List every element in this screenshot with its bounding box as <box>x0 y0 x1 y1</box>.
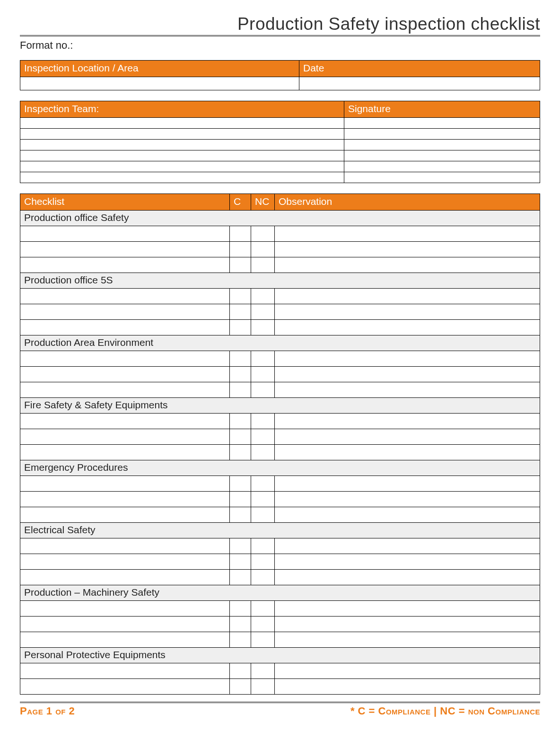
checklist-input-nc[interactable] <box>251 570 274 585</box>
checklist-input-c[interactable] <box>230 601 251 616</box>
team-signature-input[interactable] <box>344 129 540 139</box>
checklist-input-nc[interactable] <box>251 304 274 319</box>
checklist-input-item[interactable] <box>20 632 229 647</box>
team-signature-input[interactable] <box>344 172 540 183</box>
checklist-cell-obs[interactable] <box>275 679 540 695</box>
checklist-input-obs[interactable] <box>275 429 540 444</box>
checklist-cell-obs[interactable] <box>275 617 540 632</box>
checklist-input-c[interactable] <box>230 570 251 585</box>
checklist-cell-item[interactable] <box>20 570 230 585</box>
team-name-cell[interactable] <box>20 129 344 140</box>
checklist-cell-c[interactable] <box>230 617 251 632</box>
checklist-input-nc[interactable] <box>251 492 274 507</box>
checklist-input-nc[interactable] <box>251 538 274 554</box>
checklist-cell-nc[interactable] <box>251 632 275 648</box>
team-signature-input[interactable] <box>344 161 540 172</box>
checklist-cell-nc[interactable] <box>251 570 275 585</box>
checklist-input-obs[interactable] <box>275 679 540 694</box>
location-cell[interactable] <box>20 77 299 90</box>
checklist-input-c[interactable] <box>230 414 251 429</box>
checklist-cell-obs[interactable] <box>275 382 540 398</box>
checklist-input-obs[interactable] <box>275 445 540 460</box>
checklist-input-nc[interactable] <box>251 226 274 241</box>
checklist-input-obs[interactable] <box>275 320 540 335</box>
checklist-input-nc[interactable] <box>251 429 274 444</box>
checklist-input-obs[interactable] <box>275 304 540 319</box>
checklist-input-c[interactable] <box>230 242 251 257</box>
checklist-input-c[interactable] <box>230 367 251 382</box>
checklist-input-obs[interactable] <box>275 538 540 554</box>
checklist-input-item[interactable] <box>20 414 229 429</box>
checklist-cell-obs[interactable] <box>275 507 540 523</box>
checklist-input-item[interactable] <box>20 617 229 632</box>
checklist-input-obs[interactable] <box>275 492 540 507</box>
checklist-input-nc[interactable] <box>251 679 274 694</box>
checklist-input-nc[interactable] <box>251 663 274 678</box>
checklist-cell-obs[interactable] <box>275 304 540 320</box>
checklist-cell-item[interactable] <box>20 445 230 460</box>
checklist-input-obs[interactable] <box>275 382 540 397</box>
checklist-cell-obs[interactable] <box>275 257 540 273</box>
team-name-input[interactable] <box>20 129 344 139</box>
team-signature-input[interactable] <box>344 150 540 161</box>
checklist-input-item[interactable] <box>20 320 229 335</box>
checklist-input-obs[interactable] <box>275 414 540 429</box>
team-signature-cell[interactable] <box>344 129 540 140</box>
checklist-input-nc[interactable] <box>251 242 274 257</box>
checklist-input-c[interactable] <box>230 632 251 647</box>
checklist-cell-c[interactable] <box>230 429 251 445</box>
checklist-cell-item[interactable] <box>20 304 230 320</box>
checklist-input-item[interactable] <box>20 492 229 507</box>
checklist-input-c[interactable] <box>230 382 251 397</box>
checklist-input-item[interactable] <box>20 663 229 678</box>
checklist-cell-item[interactable] <box>20 663 230 679</box>
checklist-cell-obs[interactable] <box>275 242 540 257</box>
checklist-cell-obs[interactable] <box>275 492 540 507</box>
checklist-input-obs[interactable] <box>275 570 540 585</box>
checklist-input-item[interactable] <box>20 601 229 616</box>
checklist-input-c[interactable] <box>230 492 251 507</box>
checklist-cell-nc[interactable] <box>251 351 275 367</box>
checklist-cell-obs[interactable] <box>275 429 540 445</box>
checklist-input-obs[interactable] <box>275 257 540 273</box>
checklist-input-nc[interactable] <box>251 367 274 382</box>
checklist-input-c[interactable] <box>230 289 251 304</box>
checklist-input-c[interactable] <box>230 617 251 632</box>
checklist-cell-item[interactable] <box>20 242 230 257</box>
checklist-input-item[interactable] <box>20 382 229 397</box>
checklist-input-c[interactable] <box>230 538 251 554</box>
checklist-input-nc[interactable] <box>251 382 274 397</box>
checklist-cell-c[interactable] <box>230 632 251 648</box>
checklist-input-item[interactable] <box>20 570 229 585</box>
checklist-cell-item[interactable] <box>20 476 230 492</box>
checklist-input-c[interactable] <box>230 304 251 319</box>
checklist-cell-nc[interactable] <box>251 289 275 304</box>
checklist-input-obs[interactable] <box>275 476 540 491</box>
checklist-input-item[interactable] <box>20 304 229 319</box>
checklist-input-c[interactable] <box>230 257 251 273</box>
checklist-input-obs[interactable] <box>275 242 540 257</box>
checklist-input-item[interactable] <box>20 445 229 460</box>
checklist-cell-c[interactable] <box>230 476 251 492</box>
team-name-cell[interactable] <box>20 140 344 150</box>
checklist-input-item[interactable] <box>20 679 229 694</box>
team-name-input[interactable] <box>20 140 344 150</box>
checklist-cell-c[interactable] <box>230 320 251 335</box>
team-signature-cell[interactable] <box>344 118 540 129</box>
checklist-cell-nc[interactable] <box>251 538 275 554</box>
checklist-cell-c[interactable] <box>230 414 251 429</box>
checklist-input-item[interactable] <box>20 476 229 491</box>
checklist-input-c[interactable] <box>230 507 251 522</box>
checklist-cell-obs[interactable] <box>275 663 540 679</box>
team-signature-cell[interactable] <box>344 161 540 172</box>
checklist-cell-item[interactable] <box>20 320 230 335</box>
date-input[interactable] <box>299 77 540 90</box>
checklist-cell-item[interactable] <box>20 554 230 570</box>
team-name-input[interactable] <box>20 118 344 128</box>
checklist-cell-item[interactable] <box>20 367 230 382</box>
checklist-input-obs[interactable] <box>275 632 540 647</box>
checklist-input-nc[interactable] <box>251 554 274 569</box>
checklist-input-nc[interactable] <box>251 414 274 429</box>
team-name-input[interactable] <box>20 150 344 161</box>
checklist-input-c[interactable] <box>230 476 251 491</box>
